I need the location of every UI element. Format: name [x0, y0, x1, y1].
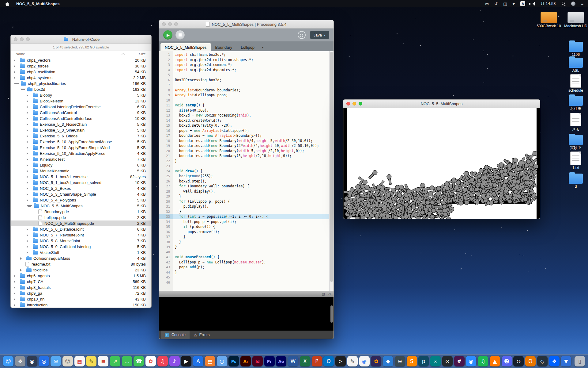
code-line[interactable]: 35 if (p.done()) { — [159, 224, 334, 229]
disclosure-triangle[interactable] — [14, 298, 18, 301]
dock-item-atom[interactable]: ⊕ — [395, 356, 405, 366]
finder-row[interactable]: chp7_CA569 KB — [11, 279, 151, 285]
spotlight-icon[interactable] — [559, 2, 568, 6]
finder-row[interactable]: toxiclibs23 KB — [11, 267, 151, 273]
close-button[interactable] — [162, 22, 166, 26]
dock-item-outlook[interactable]: O — [323, 356, 334, 366]
disclosure-triangle[interactable] — [27, 135, 31, 137]
finder-row[interactable]: BlobSkeleton13 KB — [11, 98, 151, 104]
sketch-titlebar[interactable]: NOC_5_5_MultiShapes — [343, 100, 540, 108]
code-line[interactable]: 13 box2d = new Box2DProcessing(this); — [159, 113, 334, 118]
dock-item-books[interactable]: ▤ — [205, 356, 215, 366]
desktop-icon-お仕事[interactable]: お仕事 — [564, 96, 588, 111]
disclosure-triangle[interactable] — [27, 106, 31, 108]
finder-row[interactable]: Lollipop.pde2 KB — [11, 215, 151, 220]
finder-row[interactable]: NOC_5_3_ChainShape_Simple4 KB — [11, 191, 151, 197]
disclosure-triangle[interactable] — [27, 152, 31, 155]
code-line[interactable]: 19 boundaries.add(new Boundary(3*width/4… — [159, 143, 334, 148]
disclosure-triangle[interactable] — [27, 182, 31, 184]
disclosure-triangle[interactable] — [27, 112, 31, 114]
disclosure-triangle[interactable] — [14, 77, 18, 79]
code-line[interactable]: 32 } — [159, 209, 334, 214]
finder-row[interactable]: chp10_nn43 KB — [11, 296, 151, 302]
code-line[interactable]: 31 p.display(); — [159, 204, 334, 209]
column-header-name[interactable]: Name — [11, 52, 25, 56]
dock-item-excel[interactable]: X — [300, 356, 310, 366]
code-line[interactable]: 7 — [159, 82, 334, 88]
console-export-icon[interactable]: ▤ — [322, 292, 325, 296]
close-button[interactable] — [14, 37, 17, 41]
finder-row[interactable]: NOC_5_6_DistanceJoint6 KB — [11, 226, 151, 232]
dock-item-discord[interactable]: ☻ — [502, 356, 512, 366]
disclosure-triangle[interactable] — [27, 147, 31, 149]
time-machine-icon[interactable]: ↺ — [492, 2, 500, 6]
processing-titlebar[interactable]: NOC_5_5_MultiShapes | Processing 3.5.4 — [159, 20, 334, 29]
code-line[interactable]: 9ArrayList<Lollipop> pops; — [159, 93, 334, 98]
disclosure-triangle[interactable] — [27, 170, 31, 172]
finder-row[interactable]: Boundary.pde1 KB — [11, 209, 151, 215]
code-line[interactable]: 4import org.jbox2d.dynamics.*; — [159, 67, 334, 73]
dock-item-podcasts[interactable]: ♪ — [169, 356, 180, 366]
disclosure-triangle[interactable] — [14, 65, 18, 67]
finder-row[interactable]: chp1_vectors20 KB — [11, 57, 151, 63]
finder-row[interactable]: Exercise_5_3_NoiseChain5 KB — [11, 121, 151, 127]
disclosure-triangle[interactable] — [27, 164, 31, 167]
finder-row[interactable]: NOC_5_2_Boxes4 KB — [11, 186, 151, 191]
code-line[interactable]: 40 — [159, 250, 334, 255]
disclosure-triangle[interactable] — [20, 269, 25, 271]
dock-item-powerpoint[interactable]: P — [312, 356, 322, 366]
dock-item-finder[interactable]: ☺ — [3, 356, 13, 366]
minimize-button[interactable] — [168, 22, 172, 26]
finder-row[interactable]: Liquidy6 KB — [11, 162, 151, 168]
disclosure-triangle[interactable] — [27, 187, 31, 190]
finder-row[interactable]: NOC_5_5_MultiShapes5 KB — [11, 203, 151, 209]
active-app-name[interactable]: NOC_5_5_MultiShapes — [13, 2, 63, 6]
desktop-icon-メモ[interactable]: メモ — [564, 113, 588, 132]
dock-item-app-store[interactable]: A — [193, 356, 203, 366]
editor-tab-Boundary[interactable]: Boundary — [211, 43, 237, 51]
finder-row[interactable]: NOC_5_1_box2d_exercise82…ytes — [11, 174, 151, 180]
disclosure-triangle[interactable] — [27, 94, 31, 97]
code-line[interactable]: 41void mousePressed() { — [159, 255, 334, 260]
disclosure-triangle[interactable] — [27, 228, 31, 231]
dock-item-vlc[interactable]: ▲ — [490, 356, 500, 366]
code-line[interactable]: 12 size(640,360); — [159, 108, 334, 113]
code-line[interactable]: 11void setup() { — [159, 103, 334, 108]
code-line[interactable]: 3import org.jbox2d.common.*; — [159, 62, 334, 67]
console-scrollbar[interactable] — [330, 305, 333, 323]
code-line[interactable]: 10 — [159, 98, 334, 103]
disclosure-triangle[interactable] — [14, 304, 18, 306]
code-line[interactable]: 14 box2d.createWorld(); — [159, 118, 334, 123]
dock-item-arduino[interactable]: ∞ — [430, 356, 441, 366]
code-line[interactable]: 33 for (int i = pops.size()-1; i >= 0; i… — [159, 214, 334, 219]
dock-item-blender[interactable]: Ω — [525, 356, 536, 366]
finder-row[interactable]: chp9_ga72 KB — [11, 290, 151, 296]
finder-row[interactable]: readme.txt80 bytes — [11, 261, 151, 267]
disclosure-triangle[interactable] — [14, 292, 18, 295]
mode-selector[interactable]: Java ▾ — [310, 31, 330, 39]
console-collapse-icon[interactable]: ◁ — [328, 292, 330, 296]
finder-row[interactable]: introduction150 KB — [11, 302, 151, 308]
disclosure-triangle[interactable] — [27, 176, 31, 178]
dock-item-spotify[interactable]: ♫ — [478, 356, 488, 366]
code-line[interactable]: 20 boundaries.add(new Boundary(width-5,h… — [159, 148, 334, 154]
dock-item-safari[interactable]: ◎ — [39, 356, 49, 366]
dock-item-messages[interactable]: … — [122, 356, 132, 366]
dock-item-processing[interactable]: p — [418, 356, 429, 366]
disclosure-triangle[interactable] — [27, 123, 31, 126]
scrollbar-thumb[interactable] — [330, 52, 333, 282]
code-line[interactable]: 1import shiffman.box2d.*; — [159, 52, 334, 57]
dock-item-maps[interactable]: ↗ — [110, 356, 120, 366]
desktop-icon-1.txt[interactable]: 1.txt — [564, 151, 588, 170]
finder-row[interactable]: NOC_5_1_box2d_exercise_solved10 KB — [11, 180, 151, 186]
volume-icon[interactable] — [528, 2, 537, 6]
code-line[interactable]: 34 Lollipop p = pops.get(i); — [159, 219, 334, 224]
disclosure-triangle[interactable] — [27, 246, 31, 248]
finder-row[interactable]: CollisionsAndControl9 KB — [11, 110, 151, 116]
code-line[interactable]: 17 boundaries = new ArrayList<Boundary>(… — [159, 133, 334, 138]
close-button[interactable] — [346, 102, 350, 105]
debug-button[interactable] — [298, 31, 306, 39]
code-line[interactable]: 28 wall.display(); — [159, 189, 334, 194]
dock-item-firefox[interactable]: ✿ — [371, 356, 381, 366]
disclosure-triangle[interactable] — [27, 141, 31, 143]
